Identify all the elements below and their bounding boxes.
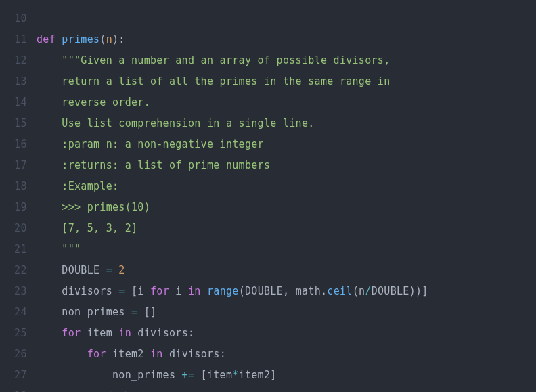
code-token: in [118,327,131,339]
code-token [37,222,62,234]
code-token: for [62,327,81,339]
code-token: = [118,285,125,297]
code-token: def [37,33,62,45]
line-number: 26 [0,344,27,365]
code-token: [] [137,306,156,318]
line-number: 13 [0,71,27,92]
code-token [37,243,62,255]
line-number: 12 [0,50,27,71]
code-line[interactable]: # Your Code Goes Here # [37,386,536,392]
code-token: """Given a number and an array of possib… [62,54,390,66]
line-number: 14 [0,92,27,113]
code-token: / [365,285,371,297]
code-token: return a list of all the primes in the s… [62,75,390,87]
code-token: * [232,369,238,381]
code-line[interactable]: for item in divisors: [37,323,536,344]
code-token: (DOUBLE, math. [239,285,328,297]
code-token: non_primes [37,306,131,318]
code-token: DOUBLE [37,264,106,276]
code-token [37,117,62,129]
code-token: item2 [106,348,150,360]
code-token: """ [62,243,81,255]
code-area[interactable]: def primes(n): """Given a number and an … [37,8,536,392]
code-token: DOUBLE))] [372,285,428,297]
code-editor[interactable]: 10111213141516171819202122232425262728 d… [0,0,536,392]
code-token: ): [112,33,125,45]
code-token: = [106,264,112,276]
code-token [112,264,118,276]
code-token: reverse order. [62,96,150,108]
code-line[interactable]: reverse order. [37,92,536,113]
code-token [37,348,87,360]
code-line[interactable]: :param n: a non-negative integer [37,134,536,155]
code-line[interactable]: DOUBLE = 2 [37,260,536,281]
code-token [37,327,62,339]
code-line[interactable]: [7, 5, 3, 2] [37,218,536,239]
code-token: >>> primes(10) [62,201,150,213]
code-token [37,201,62,213]
code-token: item2] [239,369,277,381]
line-number: 24 [0,302,27,323]
code-line[interactable]: :Example: [37,176,536,197]
code-token: ceil [327,285,352,297]
code-token [37,138,62,150]
code-line[interactable]: return a list of all the primes in the s… [37,71,536,92]
line-number: 10 [0,8,27,29]
code-token: [i [125,285,150,297]
code-token: for [87,348,106,360]
line-number-gutter: 10111213141516171819202122232425262728 [0,8,37,392]
code-token [37,180,62,192]
code-token: in [150,348,163,360]
line-number: 21 [0,239,27,260]
code-token [37,159,62,171]
code-line[interactable]: """ [37,239,536,260]
code-line[interactable]: divisors = [i for i in range(DOUBLE, mat… [37,281,536,302]
code-token: divisors: [163,348,226,360]
code-line[interactable]: """Given a number and an array of possib… [37,50,536,71]
code-line[interactable]: >>> primes(10) [37,197,536,218]
code-token: :param n: a non-negative integer [62,138,264,150]
line-number: 15 [0,113,27,134]
code-token: divisors: [131,327,194,339]
line-number: 19 [0,197,27,218]
code-token: Use list comprehension in a single line. [62,117,314,129]
code-token: in [188,285,201,297]
code-token [37,75,62,87]
code-token: primes [62,33,99,45]
code-token [201,285,207,297]
line-number: 20 [0,218,27,239]
code-token: i [169,285,188,297]
code-token: n [106,33,112,45]
code-token [37,96,62,108]
line-number: 27 [0,365,27,386]
code-token [37,54,62,66]
line-number: 11 [0,29,27,50]
code-token: :Example: [62,180,118,192]
code-token: non_primes [37,369,182,381]
code-token: for [150,285,169,297]
line-number: 25 [0,323,27,344]
code-line[interactable]: for item2 in divisors: [37,344,536,365]
line-number: 22 [0,260,27,281]
code-token: ( [99,33,106,45]
code-token: item [81,327,118,339]
code-token: = [131,306,137,318]
code-line[interactable]: non_primes = [] [37,302,536,323]
code-token: range [207,285,239,297]
code-token: divisors [37,285,118,297]
code-line[interactable] [37,8,536,29]
code-token: 2 [118,264,125,276]
line-number: 16 [0,134,27,155]
line-number: 28 [0,386,27,392]
code-token: :returns: a list of prime numbers [62,159,270,171]
code-line[interactable]: def primes(n): [37,29,536,50]
code-token: (n [353,285,365,297]
line-number: 23 [0,281,27,302]
code-token: [item [194,369,232,381]
code-line[interactable]: :returns: a list of prime numbers [37,155,536,176]
code-token: += [182,369,195,381]
line-number: 18 [0,176,27,197]
code-line[interactable]: non_primes += [item*item2] [37,365,536,386]
code-line[interactable]: Use list comprehension in a single line. [37,113,536,134]
line-number: 17 [0,155,27,176]
